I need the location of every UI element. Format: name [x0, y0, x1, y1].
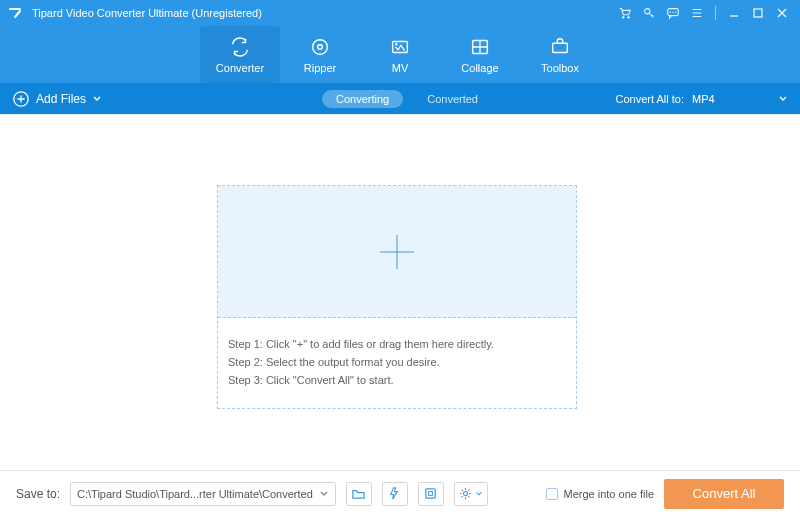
main-tabbar: Converter Ripper MV Collage Toolbox [0, 26, 800, 83]
maximize-icon[interactable] [746, 2, 770, 24]
instruction-step-1: Step 1: Click "+" to add files or drag t… [228, 338, 566, 350]
save-path-value: C:\Tipard Studio\Tipard...rter Ultimate\… [77, 488, 313, 500]
add-files-button[interactable]: Add Files [12, 90, 102, 108]
svg-point-5 [313, 39, 328, 54]
app-title: Tipard Video Converter Ultimate (Unregis… [32, 7, 262, 19]
svg-rect-12 [426, 489, 435, 498]
settings-button[interactable] [454, 482, 488, 506]
bottombar: Save to: C:\Tipard Studio\Tipard...rter … [0, 470, 800, 516]
chevron-down-icon [319, 489, 329, 499]
tab-converter-label: Converter [216, 62, 264, 74]
tab-ripper[interactable]: Ripper [280, 26, 360, 83]
tab-mv[interactable]: MV [360, 26, 440, 83]
save-path-field[interactable]: C:\Tipard Studio\Tipard...rter Ultimate\… [70, 482, 336, 506]
enhance-button[interactable] [382, 482, 408, 506]
chevron-down-icon [92, 94, 102, 104]
checkbox-icon [546, 488, 558, 500]
svg-rect-10 [553, 43, 568, 52]
menu-icon[interactable] [685, 2, 709, 24]
svg-rect-4 [754, 9, 762, 17]
feedback-icon[interactable] [661, 2, 685, 24]
svg-point-1 [628, 17, 630, 19]
close-icon[interactable] [770, 2, 794, 24]
app-logo-icon [6, 4, 24, 22]
tab-ripper-label: Ripper [304, 62, 336, 74]
instruction-step-3: Step 3: Click "Convert All" to start. [228, 374, 566, 386]
tab-collage[interactable]: Collage [440, 26, 520, 83]
browse-folder-button[interactable] [346, 482, 372, 506]
gpu-button[interactable] [418, 482, 444, 506]
add-files-label: Add Files [36, 92, 86, 106]
tab-toolbox[interactable]: Toolbox [520, 26, 600, 83]
cart-icon[interactable] [613, 2, 637, 24]
save-to-label: Save to: [16, 487, 60, 501]
tab-collage-label: Collage [461, 62, 498, 74]
output-format-group: Convert All to: MP4 [616, 93, 788, 105]
key-icon[interactable] [637, 2, 661, 24]
dropzone: Step 1: Click "+" to add files or drag t… [217, 185, 577, 409]
status-converted[interactable]: Converted [427, 93, 478, 105]
convert-all-label: Convert All [693, 486, 756, 501]
convert-all-to-label: Convert All to: [616, 93, 684, 105]
svg-point-0 [622, 17, 624, 19]
plus-icon [380, 235, 414, 269]
subbar: Add Files Converting Converted Convert A… [0, 83, 800, 114]
dropzone-add-area[interactable] [218, 186, 576, 318]
status-tabs: Converting Converted [322, 90, 478, 108]
merge-checkbox[interactable]: Merge into one file [546, 488, 655, 500]
workspace: Step 1: Click "+" to add files or drag t… [0, 114, 800, 470]
svg-point-8 [395, 43, 397, 45]
tab-converter[interactable]: Converter [200, 26, 280, 83]
chevron-down-icon [778, 94, 788, 104]
minimize-icon[interactable] [722, 2, 746, 24]
titlebar-separator [715, 6, 716, 20]
instruction-step-2: Step 2: Select the output format you des… [228, 356, 566, 368]
output-format-select[interactable]: MP4 [692, 93, 788, 105]
titlebar: Tipard Video Converter Ultimate (Unregis… [0, 0, 800, 26]
svg-rect-13 [429, 492, 433, 496]
status-converting[interactable]: Converting [322, 90, 403, 108]
svg-point-6 [318, 44, 323, 49]
output-format-value: MP4 [692, 93, 715, 105]
convert-all-button[interactable]: Convert All [664, 479, 784, 509]
merge-label: Merge into one file [564, 488, 655, 500]
tab-mv-label: MV [392, 62, 409, 74]
chevron-down-icon [475, 490, 483, 498]
instructions: Step 1: Click "+" to add files or drag t… [218, 318, 576, 408]
tab-toolbox-label: Toolbox [541, 62, 579, 74]
svg-point-14 [464, 491, 468, 495]
